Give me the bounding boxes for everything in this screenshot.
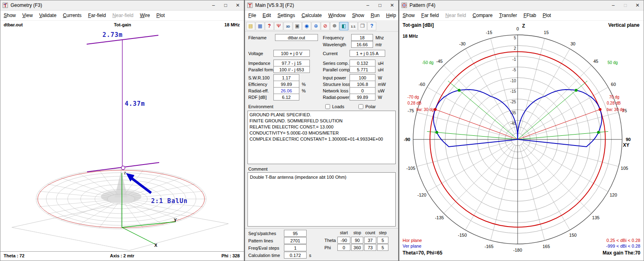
menu-far-field[interactable]: Far field <box>418 11 442 20</box>
pattern-titlebar[interactable]: Pattern (F4) – □ ✕ <box>399 0 644 11</box>
gear-icon[interactable]: ☸ <box>330 22 339 30</box>
loads-checkbox[interactable] <box>325 104 330 109</box>
eye-icon[interactable]: ◉ <box>302 22 311 30</box>
menu-show[interactable]: Show <box>349 11 367 20</box>
geometry-menubar: Show View Validate Currents Far-field Ne… <box>0 11 244 21</box>
segs-input[interactable] <box>284 230 307 237</box>
network-loss-input[interactable] <box>350 87 375 94</box>
theta-start-input[interactable] <box>337 237 350 244</box>
radiat-power-input[interactable] <box>350 94 375 101</box>
svg-text:60: 60 <box>611 82 616 87</box>
open-file-icon[interactable]: ▤ <box>246 22 255 30</box>
menu-window[interactable]: Window <box>325 11 349 20</box>
menu-plot[interactable]: Plot <box>540 11 554 20</box>
calculator-icon[interactable]: ▣ <box>293 22 302 30</box>
parallel-comp-input[interactable] <box>350 66 375 73</box>
polar-pattern-chart[interactable]: 52-1-5-10-15-25-35-450153045607590105120… <box>399 20 644 261</box>
maximize-button[interactable]: □ <box>374 1 386 10</box>
3d-view-icon[interactable]: 3D <box>284 22 292 30</box>
minimize-button[interactable]: – <box>607 1 619 10</box>
series-comp-input[interactable] <box>350 60 375 66</box>
theta-step-input[interactable] <box>377 237 388 244</box>
svg-text:0: 0 <box>516 26 519 31</box>
svg-text:-120: -120 <box>418 193 426 197</box>
svg-text:30: 30 <box>570 41 575 46</box>
one-to-one-icon[interactable]: 1:1 <box>349 22 358 30</box>
geometry-3d-view[interactable] <box>0 28 244 252</box>
swr-input[interactable] <box>273 74 299 81</box>
menu-wire[interactable]: Wire <box>136 11 153 20</box>
menu-calculate[interactable]: Calculate <box>298 11 325 20</box>
svg-text:-165: -165 <box>484 244 493 249</box>
menu-file[interactable]: File <box>245 11 259 20</box>
environment-line: FINITE GROUND. SOMMERFELD SOLUTION <box>248 118 395 124</box>
menu-plot[interactable]: Plot <box>153 11 168 20</box>
hor-range: 0.25 < dBi < 0.28 <box>606 238 640 243</box>
menu-view[interactable]: View <box>19 11 36 20</box>
impedance-input[interactable] <box>273 60 310 66</box>
svg-text:165: 165 <box>542 244 550 249</box>
svg-text:-1: -1 <box>512 57 516 62</box>
minimize-button[interactable]: – <box>362 1 374 10</box>
current-input[interactable] <box>350 50 385 57</box>
phi-start-input[interactable] <box>337 244 350 251</box>
menu-fftab[interactable]: FFtab <box>520 11 539 20</box>
pattern-lines-input[interactable] <box>284 237 307 244</box>
annotation-left-bw: bw: 30 dg <box>416 107 434 112</box>
menu-currents[interactable]: Currents <box>60 11 85 20</box>
menu-show[interactable]: Show <box>399 11 418 20</box>
structure-loss-input[interactable] <box>350 81 375 88</box>
antenna-icon[interactable]: Ψ <box>274 22 283 30</box>
phi-count-input[interactable] <box>364 244 376 251</box>
close-button[interactable]: ✕ <box>631 1 644 10</box>
question-icon[interactable]: ? <box>265 22 274 30</box>
filename-input[interactable] <box>275 34 318 41</box>
main-titlebar[interactable]: Main [V5.9.3] (F2) – □ ✕ <box>245 0 398 11</box>
frequency-label: Frequency <box>323 35 344 40</box>
menu-validate[interactable]: Validate <box>36 11 60 20</box>
frequency-input[interactable] <box>351 34 373 41</box>
menu-run[interactable]: Run <box>367 11 383 20</box>
geometry-window: Geometry (F3) – □ ✕ Show View Validate C… <box>0 0 244 261</box>
phi-stop-input[interactable] <box>351 244 363 251</box>
svg-text:90: 90 <box>626 137 631 142</box>
calc-time-input[interactable] <box>284 252 307 259</box>
stop-icon[interactable]: ⊘ <box>321 22 330 30</box>
menu-help[interactable]: Help <box>383 11 399 20</box>
comment-label: Comment <box>248 167 268 171</box>
window-icon[interactable]: ❐ <box>358 22 367 30</box>
pattern-icon[interactable]: ◧ <box>339 22 348 30</box>
menu-show[interactable]: Show <box>0 11 19 20</box>
menu-compare[interactable]: Compare <box>469 11 496 20</box>
menu-edit[interactable]: Edit <box>259 11 274 20</box>
rdf-input[interactable] <box>273 94 299 101</box>
freq-steps-input[interactable] <box>284 244 307 251</box>
calc-time-unit: s <box>309 253 311 258</box>
save-icon[interactable]: ▦ <box>256 22 264 30</box>
menu-transfer[interactable]: Transfer <box>496 11 520 20</box>
phi-step-input[interactable] <box>377 244 388 251</box>
legend-hor-plane: Hor plane <box>403 238 422 243</box>
polar-checkbox[interactable] <box>358 104 363 109</box>
radiat-eff-input[interactable] <box>273 87 299 94</box>
close-button[interactable]: ✕ <box>232 1 244 10</box>
efficiency-input[interactable] <box>273 81 299 88</box>
parallel-form-input[interactable] <box>273 66 310 73</box>
help-icon[interactable]: ? <box>367 22 376 30</box>
theta-stop-input[interactable] <box>351 237 363 244</box>
wavelength-input[interactable] <box>351 41 373 48</box>
input-power-input[interactable] <box>350 74 375 81</box>
close-button[interactable]: ✕ <box>386 1 398 10</box>
globe-icon[interactable]: ⊕ <box>311 22 320 30</box>
maximize-button[interactable]: □ <box>220 1 232 10</box>
theta-count-input[interactable] <box>364 237 376 244</box>
minimize-button[interactable]: – <box>207 1 220 10</box>
menu-far-field[interactable]: Far-field <box>85 11 109 20</box>
geometry-titlebar[interactable]: Geometry (F3) – □ ✕ <box>0 0 244 11</box>
main-window: Main [V5.9.3] (F2) – □ ✕ File Edit Setti… <box>245 0 399 261</box>
voltage-input[interactable] <box>273 50 310 57</box>
menu-settings[interactable]: Settings <box>274 11 298 20</box>
comment-box[interactable]: Double T-Bar antenna (impedance abt 100 … <box>247 172 396 227</box>
svg-text:-5: -5 <box>512 68 516 72</box>
pattern-title: Tot-gain [dBi] <box>403 22 434 28</box>
